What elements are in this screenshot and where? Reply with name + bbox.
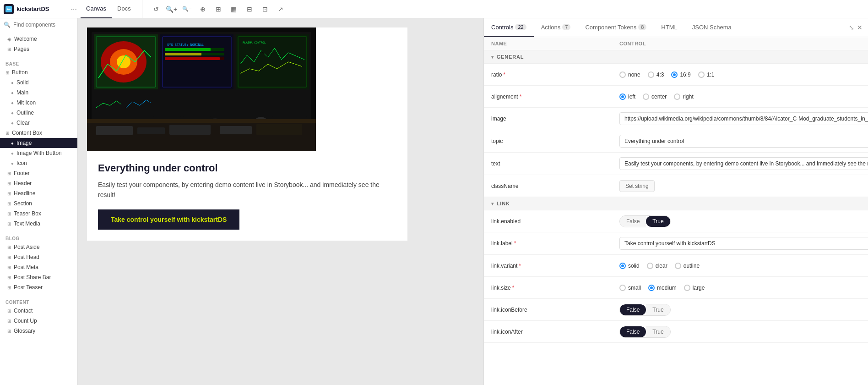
link-label-input[interactable]	[619, 237, 868, 250]
zoom-reset-icon[interactable]: ⊕	[196, 3, 209, 16]
variant-outline-radio[interactable]	[675, 263, 681, 269]
panel-tab-controls[interactable]: Controls 22	[484, 18, 534, 37]
sidebar-item-main[interactable]: ● Main	[0, 88, 77, 98]
variant-solid-radio[interactable]	[619, 263, 626, 269]
sidebar-item-image-with-button[interactable]: ● Image With Button	[0, 148, 77, 158]
sidebar-item-footer[interactable]: ⊞ Footer	[0, 168, 77, 178]
align-center-radio[interactable]	[643, 94, 649, 100]
tab-canvas[interactable]: Canvas	[81, 0, 112, 18]
size-large[interactable]: large	[684, 285, 705, 291]
sidebar-welcome-section: ◉ Welcome ⊞ Pages	[0, 31, 77, 57]
canvas-content: SYS STATUS: NOMINAL PLASMA CONTROL	[87, 28, 407, 241]
sidebar-item-contact[interactable]: ⊞ Contact	[0, 306, 77, 316]
topic-control	[619, 135, 868, 148]
topic-label: topic	[491, 138, 619, 144]
refresh-icon[interactable]: ↺	[150, 3, 163, 16]
sidebar-item-glossary[interactable]: ⊞ Glossary	[0, 326, 77, 336]
svg-rect-22	[153, 92, 181, 117]
sidebar-item-solid[interactable]: ● Solid	[0, 77, 77, 88]
panel-tab-html[interactable]: HTML	[654, 18, 684, 37]
grid-icon[interactable]: ⊞	[212, 3, 225, 16]
link-iconafter-false[interactable]: False	[620, 326, 646, 337]
general-section-header[interactable]: ▾ GENERAL	[484, 50, 868, 64]
sidebar-item-post-head[interactable]: ⊞ Post Head	[0, 252, 77, 262]
link-enabled-false[interactable]: False	[620, 216, 646, 227]
text-input[interactable]	[619, 157, 868, 170]
sidebar-item-count-up[interactable]: ⊞ Count Up	[0, 316, 77, 326]
canvas-body: Easily test your components, by entering…	[98, 180, 396, 200]
topic-input[interactable]	[619, 135, 868, 148]
size-medium[interactable]: medium	[648, 285, 677, 291]
ratio-none-radio[interactable]	[619, 72, 626, 78]
link-iconafter-true[interactable]: True	[646, 326, 670, 337]
set-string-button[interactable]: Set string	[619, 180, 655, 192]
align-left-radio[interactable]	[619, 94, 626, 100]
sidebar-item-outline[interactable]: ● Outline	[0, 108, 77, 118]
collapse-chevron-icon[interactable]: ⤡	[849, 24, 854, 31]
link-label-required: *	[514, 240, 516, 247]
sidebar-item-post-teaser[interactable]: ⊞ Post Teaser	[0, 282, 77, 292]
top-bar: kickstartDS ··· Canvas Docs ↺ 🔍+ 🔍− ⊕ ⊞ …	[0, 0, 868, 18]
ratio-16-9[interactable]: 16:9	[671, 72, 690, 78]
sidebar-item-mit-icon[interactable]: ● Mit Icon	[0, 98, 77, 108]
search-input[interactable]	[13, 22, 78, 28]
zoom-in-icon[interactable]: 🔍+	[165, 3, 178, 16]
link-section-header[interactable]: ▾ LINK	[484, 197, 868, 210]
welcome-icon: ◉	[7, 37, 11, 42]
sidebar-group-content-box[interactable]: ⊞ Content Box	[0, 128, 77, 138]
link-enabled-true[interactable]: True	[646, 216, 670, 227]
ratio-4-3-radio[interactable]	[648, 72, 654, 78]
sidebar-item-header[interactable]: ⊞ Header	[0, 178, 77, 188]
ratio-none[interactable]: none	[619, 72, 640, 78]
align-right-radio[interactable]	[674, 94, 680, 100]
sidebar-item-clear[interactable]: ● Clear	[0, 118, 77, 128]
align-left[interactable]: left	[619, 94, 635, 100]
sidebar-item-text-media[interactable]: ⊞ Text Media	[0, 219, 77, 229]
sidebar-item-teaser-box[interactable]: ⊞ Teaser Box	[0, 209, 77, 219]
ratio-4-3[interactable]: 4:3	[648, 72, 664, 78]
sidebar-item-headline[interactable]: ⊞ Headline	[0, 188, 77, 198]
blog-label: BLOG	[0, 234, 77, 242]
link-iconbefore-false[interactable]: False	[620, 304, 646, 315]
control-row-image: image	[484, 108, 868, 130]
align-right[interactable]: right	[674, 94, 693, 100]
expand-icon[interactable]: ↗	[274, 3, 287, 16]
split-icon[interactable]: ⊟	[243, 3, 256, 16]
sidebar-item-section[interactable]: ⊞ Section	[0, 198, 77, 209]
size-large-radio[interactable]	[684, 285, 690, 291]
variant-solid[interactable]: solid	[619, 263, 640, 269]
sidebar-item-image[interactable]: ● Image	[0, 138, 77, 148]
sidebar-item-post-aside[interactable]: ⊞ Post Aside	[0, 242, 77, 252]
panel-tab-actions[interactable]: Actions 7	[534, 18, 578, 37]
variant-clear-radio[interactable]	[647, 263, 653, 269]
sidebar-item-icon[interactable]: ● Icon	[0, 158, 77, 168]
menu-dots-icon[interactable]: ···	[71, 5, 77, 13]
link-variant-radio-group: solid clear outline	[619, 263, 700, 269]
panel-collapse-icon[interactable]: ⤡ ✕	[849, 24, 868, 31]
layout-icon[interactable]: ▦	[228, 3, 240, 16]
variant-clear[interactable]: clear	[647, 263, 667, 269]
ratio-1-1[interactable]: 1:1	[698, 72, 715, 78]
link-iconbefore-true[interactable]: True	[646, 304, 670, 315]
sidebar-item-post-share-bar[interactable]: ⊞ Post Share Bar	[0, 272, 77, 282]
ratio-1-1-radio[interactable]	[698, 72, 705, 78]
text-control	[619, 157, 868, 170]
panel-tab-json[interactable]: JSON Schema	[685, 18, 739, 37]
image-input[interactable]	[619, 112, 868, 125]
canvas-cta-button[interactable]: Take control yourself with kickstartDS	[98, 209, 239, 230]
sidebar-item-welcome[interactable]: ◉ Welcome	[0, 34, 77, 44]
ratio-16-9-radio[interactable]	[671, 72, 678, 78]
size-medium-radio[interactable]	[648, 285, 655, 291]
sidebar-item-pages[interactable]: ⊞ Pages	[0, 44, 77, 54]
size-small[interactable]: small	[619, 285, 641, 291]
zoom-out-icon[interactable]: 🔍−	[181, 3, 194, 16]
size-small-radio[interactable]	[619, 285, 626, 291]
align-center[interactable]: center	[643, 94, 667, 100]
tab-docs[interactable]: Docs	[112, 0, 136, 18]
close-panel-icon[interactable]: ✕	[857, 24, 863, 31]
sidebar-group-button[interactable]: ⊞ Button	[0, 67, 77, 77]
panel-tab-tokens[interactable]: Component Tokens 8	[578, 18, 654, 37]
fullscreen-icon[interactable]: ⊡	[259, 3, 271, 16]
variant-outline[interactable]: outline	[675, 263, 700, 269]
sidebar-item-post-meta[interactable]: ⊞ Post Meta	[0, 262, 77, 272]
